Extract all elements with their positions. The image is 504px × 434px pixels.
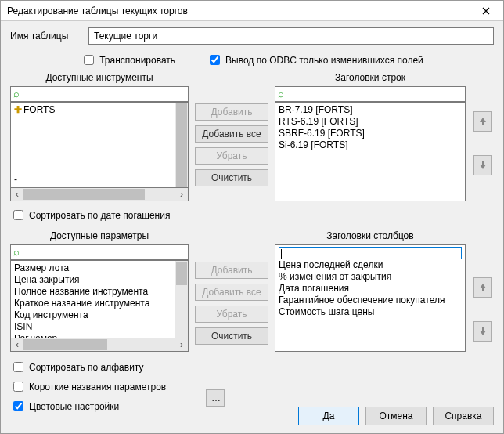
list-item[interactable]: FORTS: [23, 104, 55, 115]
clear-button[interactable]: Очистить: [195, 169, 268, 186]
instruments-caption: Доступные инструменты: [10, 72, 189, 86]
sort-maturity-label: Сортировать по дате погашения: [29, 210, 170, 221]
search-icon: ⌕: [278, 88, 284, 100]
list-item[interactable]: Рег.номер: [14, 333, 172, 338]
sort-alpha-checkbox[interactable]: Сортировать по алфавиту: [10, 360, 494, 374]
add-button[interactable]: Добавить: [195, 103, 268, 121]
scroll-right-icon[interactable]: ›: [175, 188, 188, 201]
row-headers-caption: Заголовки строк: [275, 72, 466, 86]
window-title: Редактирование таблицы текущих торгов: [7, 5, 470, 16]
transpose-label: Транспонировать: [99, 55, 175, 66]
sort-maturity-checkbox[interactable]: Сортировать по дате погашения: [10, 208, 494, 222]
params-search[interactable]: [10, 244, 189, 260]
remove-button[interactable]: Убрать: [195, 306, 268, 323]
sort-alpha-label: Сортировать по алфавиту: [29, 362, 143, 373]
list-item[interactable]: Si-6.19 [FORTS]: [279, 139, 462, 151]
list-item[interactable]: Размер лота: [14, 262, 172, 274]
odbc-checkbox[interactable]: Вывод по ODBC только изменившихся полей: [207, 52, 423, 67]
list-item[interactable]: ISIN: [14, 321, 172, 333]
ok-button[interactable]: Да: [298, 407, 359, 425]
ellipsis-button[interactable]: …: [206, 389, 225, 407]
scrollbar-vertical[interactable]: [175, 261, 188, 338]
row-headers-search[interactable]: [275, 86, 466, 102]
list-item: -: [14, 174, 17, 186]
add-button[interactable]: Добавить: [195, 262, 268, 279]
transpose-checkbox[interactable]: Транспонировать: [81, 52, 175, 67]
col-headers-caption: Заголовки столбцов: [275, 230, 466, 244]
instruments-search[interactable]: [10, 86, 189, 102]
scroll-right-icon[interactable]: ›: [175, 338, 188, 351]
list-item[interactable]: Полное название инструмента: [14, 286, 172, 298]
expand-icon[interactable]: ✚: [14, 104, 22, 115]
cancel-button[interactable]: Отмена: [365, 407, 427, 425]
search-icon: ⌕: [13, 246, 20, 259]
move-down-button[interactable]: [473, 155, 492, 175]
instruments-list[interactable]: ✚FORTS -: [10, 102, 189, 188]
sort-maturity-input[interactable]: [13, 210, 23, 220]
move-up-button[interactable]: [473, 111, 492, 132]
move-down-button[interactable]: [473, 321, 492, 342]
close-icon[interactable]: [470, 2, 502, 20]
list-item[interactable]: Гарантийное обеспечение покупателя: [279, 295, 462, 306]
color-settings-input[interactable]: [13, 401, 23, 411]
list-item[interactable]: Код инструмента: [14, 309, 172, 321]
add-all-button[interactable]: Добавить все: [195, 284, 268, 301]
list-item[interactable]: Стоимость шага цены: [279, 306, 462, 318]
odbc-check-input[interactable]: [210, 55, 220, 65]
params-list[interactable]: Размер лота Цена закрытия Полное названи…: [10, 260, 189, 338]
scrollbar-horizontal[interactable]: ‹ ›: [10, 188, 189, 201]
scroll-left-icon[interactable]: ‹: [11, 188, 23, 201]
list-item[interactable]: Дата погашения: [279, 283, 462, 295]
list-item[interactable]: RTS-6.19 [FORTS]: [279, 116, 462, 128]
color-settings-label: Цветовые настройки: [29, 401, 119, 412]
help-button[interactable]: Справка: [433, 407, 494, 425]
remove-button[interactable]: Убрать: [195, 147, 268, 165]
col-headers-edit-row[interactable]: [279, 247, 462, 259]
list-item[interactable]: Цена последней сделки: [279, 259, 462, 271]
short-names-checkbox[interactable]: Короткие названия параметров: [10, 379, 494, 394]
params-caption: Доступные параметры: [10, 230, 189, 244]
list-item[interactable]: Цена закрытия: [14, 274, 172, 286]
move-up-button[interactable]: [473, 277, 492, 298]
search-icon: ⌕: [13, 88, 20, 100]
transpose-check-input[interactable]: [84, 55, 94, 65]
list-item[interactable]: BR-7.19 [FORTS]: [279, 104, 462, 116]
table-name-label: Имя таблицы: [10, 31, 88, 42]
scrollbar-horizontal[interactable]: ‹ ›: [10, 338, 189, 352]
sort-alpha-input[interactable]: [13, 362, 23, 372]
short-names-input[interactable]: [13, 382, 23, 392]
row-headers-list[interactable]: BR-7.19 [FORTS] RTS-6.19 [FORTS] SBRF-6.…: [275, 102, 466, 201]
col-headers-list[interactable]: Цена последней сделки % изменения от зак…: [275, 244, 466, 352]
short-names-label: Короткие названия параметров: [29, 382, 166, 392]
table-name-input[interactable]: [88, 27, 494, 45]
clear-button[interactable]: Очистить: [195, 327, 268, 345]
add-all-button[interactable]: Добавить все: [195, 125, 268, 143]
scrollbar-vertical[interactable]: [175, 103, 188, 187]
list-item[interactable]: SBRF-6.19 [FORTS]: [279, 128, 462, 139]
list-item[interactable]: Краткое название инструмента: [14, 298, 172, 309]
list-item[interactable]: % изменения от закрытия: [279, 271, 462, 283]
scroll-left-icon[interactable]: ‹: [11, 338, 23, 351]
odbc-label: Вывод по ODBC только изменившихся полей: [225, 55, 423, 66]
